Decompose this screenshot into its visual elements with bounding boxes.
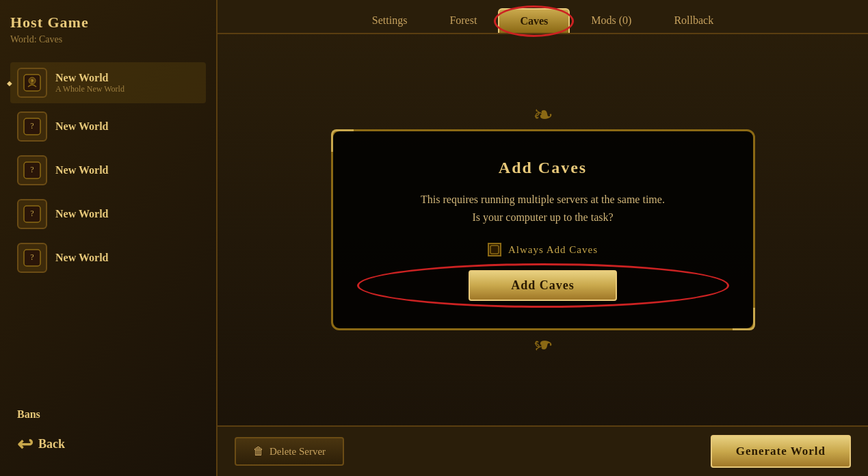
world-item-4-text: New World xyxy=(55,208,108,220)
world-item-1[interactable]: ? New World A Whole New World xyxy=(10,62,206,103)
world-item-5-text: New World xyxy=(55,252,108,264)
world-name-5: New World xyxy=(55,252,108,264)
host-game-title: Host Game xyxy=(10,14,206,31)
dialog-frame: ❧ Add Caves This requires running multip… xyxy=(331,99,755,360)
tab-rollback[interactable]: Rollback xyxy=(653,8,735,33)
svg-text:?: ? xyxy=(30,209,34,218)
world-icon-5: ? xyxy=(17,243,47,273)
world-name-1: New World xyxy=(55,72,124,84)
dialog-body: This requires running multiple servers a… xyxy=(367,191,719,226)
always-add-caves-checkbox[interactable] xyxy=(488,243,501,256)
world-item-5[interactable]: ? New World xyxy=(10,237,206,278)
world-icon-1: ? xyxy=(17,68,47,98)
add-caves-btn-wrapper: Add Caves xyxy=(367,270,719,301)
dialog-title: Add Caves xyxy=(367,159,719,177)
world-item-2[interactable]: ? New World xyxy=(10,106,206,147)
frame-top-ornament: ❧ xyxy=(331,103,755,127)
world-icon-3: ? xyxy=(17,155,47,185)
tab-caves[interactable]: Caves xyxy=(498,8,570,33)
world-icon-2: ? xyxy=(17,111,47,142)
svg-text:?: ? xyxy=(30,165,34,174)
world-item-1-text: New World A Whole New World xyxy=(55,72,124,94)
tab-bar: Settings Forest Caves Mods (0) Rollback xyxy=(218,0,868,34)
tab-mods[interactable]: Mods (0) xyxy=(570,8,653,33)
svg-text:?: ? xyxy=(31,79,34,85)
world-item-4[interactable]: ? New World xyxy=(10,194,206,235)
delete-server-label: Delete Server xyxy=(269,446,326,458)
add-caves-button[interactable]: Add Caves xyxy=(469,270,617,301)
content-area: ❧ Add Caves This requires running multip… xyxy=(218,34,868,425)
dialog-box: Add Caves This requires running multiple… xyxy=(331,129,755,330)
world-list: ? New World A Whole New World ? New Worl… xyxy=(10,62,206,393)
world-name-3: New World xyxy=(55,164,108,176)
back-arrow-icon: ↩ xyxy=(17,433,33,455)
world-name-2: New World xyxy=(55,120,108,133)
dialog-body-line1: This requires running multiple servers a… xyxy=(367,191,719,209)
world-item-2-text: New World xyxy=(55,120,108,133)
always-add-caves-row: Always Add Caves xyxy=(367,243,719,256)
delete-server-button[interactable]: 🗑 Delete Server xyxy=(235,437,344,466)
bottom-bar: 🗑 Delete Server Generate World xyxy=(218,425,868,476)
svg-rect-12 xyxy=(490,246,499,254)
always-add-caves-label: Always Add Caves xyxy=(508,244,598,256)
back-label: Back xyxy=(38,437,65,451)
world-desc-1: A Whole New World xyxy=(55,84,124,94)
sidebar: Host Game World: Caves ? New World A Who… xyxy=(0,0,218,476)
world-item-3-text: New World xyxy=(55,164,108,176)
back-button[interactable]: ↩ Back xyxy=(10,426,206,462)
main-content: Settings Forest Caves Mods (0) Rollback … xyxy=(218,0,868,476)
tab-forest[interactable]: Forest xyxy=(428,8,498,33)
world-name-4: New World xyxy=(55,208,108,220)
svg-text:?: ? xyxy=(30,121,34,131)
generate-world-button[interactable]: Generate World xyxy=(711,435,851,468)
frame-bottom-ornament: ❧ xyxy=(331,332,755,357)
world-item-3[interactable]: ? New World xyxy=(10,150,206,191)
trash-icon: 🗑 xyxy=(253,445,264,458)
world-subtitle: World: Caves xyxy=(10,34,206,45)
bans-label[interactable]: Bans xyxy=(10,403,206,426)
tab-settings[interactable]: Settings xyxy=(351,8,429,33)
world-icon-4: ? xyxy=(17,199,47,229)
dialog-body-line2: Is your computer up to the task? xyxy=(367,209,719,226)
svg-text:?: ? xyxy=(30,252,34,262)
